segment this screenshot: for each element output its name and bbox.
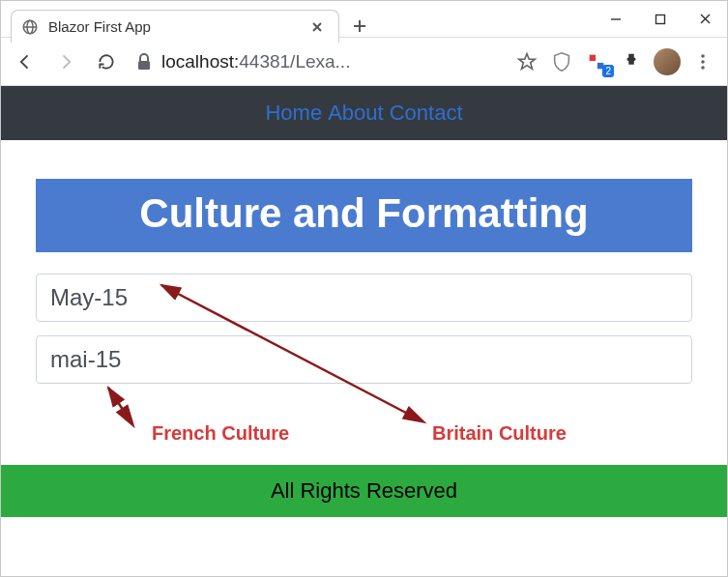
page-title: Culture and Formatting bbox=[36, 179, 692, 252]
main-area: Culture and Formatting May-15 mai-15 Fre… bbox=[1, 140, 727, 465]
toolbar-icons: 2 bbox=[514, 48, 719, 75]
reload-button[interactable] bbox=[90, 45, 123, 78]
site-navbar: Home About Contact bbox=[1, 86, 727, 140]
tab-title: Blazor First App bbox=[48, 18, 302, 35]
date-field-gb[interactable]: May-15 bbox=[36, 274, 692, 322]
svg-line-18 bbox=[108, 388, 132, 424]
extension-badge: 2 bbox=[602, 65, 614, 77]
svg-point-16 bbox=[701, 66, 705, 70]
minimize-button[interactable] bbox=[594, 1, 638, 37]
close-tab-button[interactable] bbox=[311, 21, 327, 33]
window-controls bbox=[594, 1, 727, 37]
browser-tab[interactable]: Blazor First App bbox=[11, 10, 339, 43]
nav-home[interactable]: Home bbox=[265, 101, 322, 126]
page-content: Home About Contact Culture and Formattin… bbox=[1, 86, 727, 517]
svg-point-15 bbox=[701, 60, 705, 64]
svg-rect-12 bbox=[590, 54, 596, 60]
page-footer: All Rights Reserved bbox=[1, 465, 727, 517]
back-button[interactable] bbox=[9, 45, 42, 78]
url-bar: localhost:44381/Lexa... 2 bbox=[1, 38, 727, 86]
extension-icon[interactable]: 2 bbox=[584, 49, 609, 74]
menu-icon[interactable] bbox=[690, 49, 715, 74]
star-icon[interactable] bbox=[514, 49, 539, 74]
close-window-button[interactable] bbox=[683, 1, 727, 37]
shield-icon[interactable] bbox=[549, 49, 574, 74]
nav-about[interactable]: About bbox=[328, 101, 384, 126]
avatar[interactable] bbox=[654, 48, 681, 75]
address-bar[interactable]: localhost:44381/Lexa... bbox=[131, 51, 507, 72]
nav-contact[interactable]: Contact bbox=[390, 101, 463, 126]
date-field-fr[interactable]: mai-15 bbox=[36, 335, 692, 384]
svg-point-14 bbox=[701, 54, 705, 58]
tab-strip: Blazor First App bbox=[11, 10, 374, 43]
url-host: localhost:44381/Lexa... bbox=[161, 51, 350, 72]
annotation-britain: Britain Culture bbox=[432, 422, 567, 445]
globe-icon bbox=[21, 18, 39, 36]
svg-rect-11 bbox=[138, 61, 150, 70]
annotation-layer: French Culture Britain Culture bbox=[36, 397, 692, 455]
lock-icon bbox=[136, 53, 152, 71]
annotation-french: French Culture bbox=[152, 422, 289, 445]
svg-rect-1 bbox=[656, 14, 665, 23]
forward-button[interactable] bbox=[49, 45, 82, 78]
new-tab-button[interactable] bbox=[345, 12, 374, 41]
maximize-button[interactable] bbox=[638, 1, 683, 37]
puzzle-icon[interactable] bbox=[619, 49, 644, 74]
